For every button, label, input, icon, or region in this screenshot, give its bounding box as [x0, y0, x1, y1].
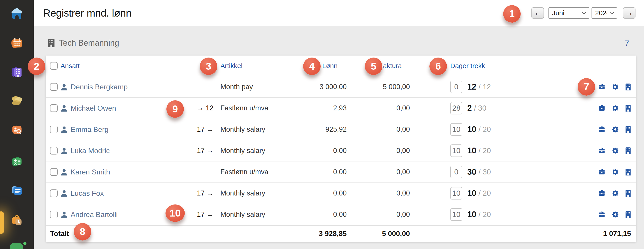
lonn-value: 0,00: [308, 140, 347, 161]
briefcase-icon[interactable]: [598, 147, 606, 154]
trekk-used-days: 10: [467, 189, 476, 198]
trekk-total-days: / 30: [478, 168, 491, 176]
faktura-value: 0,00: [347, 140, 410, 161]
lonn-value: 0,00: [308, 204, 347, 225]
employee-search-icon: [10, 123, 24, 138]
page-header: Registrer mnd. lønn ← Juni 2024 →: [34, 0, 644, 26]
row-checkbox[interactable]: [50, 190, 58, 197]
building-icon[interactable]: [625, 126, 631, 133]
lonn-value: 2,93: [308, 98, 347, 119]
table-row: Dennis Bergkamp Month pay 3 000,00 5 000…: [46, 76, 636, 97]
row-checkbox[interactable]: [50, 126, 58, 133]
dager-trekk-input[interactable]: [450, 123, 462, 136]
dager-trekk-input[interactable]: [450, 187, 462, 200]
transfer-days: [186, 161, 214, 183]
dager-trekk-input[interactable]: [450, 166, 462, 178]
lonn-value: 0,00: [308, 161, 347, 183]
annotation-badge-10: 10: [166, 205, 185, 222]
artikkel-value: Fastlønn u/mva: [214, 161, 308, 183]
company-group-header: Tech Bemanning 7: [46, 35, 636, 51]
gear-icon[interactable]: [612, 147, 619, 154]
employee-name-link[interactable]: Michael Owen: [71, 104, 116, 112]
transfer-days: → 12: [186, 98, 214, 119]
sidebar-item-calculator[interactable]: [0, 154, 34, 170]
row-checkbox[interactable]: [50, 147, 58, 155]
briefcase-icon[interactable]: [598, 168, 606, 176]
row-checkbox[interactable]: [50, 83, 58, 91]
briefcase-icon[interactable]: [598, 105, 606, 112]
employee-name-link[interactable]: Lucas Fox: [71, 189, 104, 198]
artikkel-value: Fastlønn u/mva: [214, 98, 308, 119]
column-header-lonn[interactable]: Lønn: [322, 62, 338, 70]
column-header-faktura[interactable]: Faktura: [379, 62, 402, 70]
column-header-dager-trekk[interactable]: Dager trekk: [450, 62, 485, 70]
building-icon[interactable]: [625, 168, 631, 176]
sidebar-item-calendar[interactable]: [0, 36, 34, 51]
employee-name-link[interactable]: Karen Smith: [71, 168, 110, 176]
building-icon[interactable]: [625, 147, 631, 154]
faktura-value: 0,00: [347, 119, 410, 140]
previous-month-button[interactable]: ←: [532, 7, 544, 18]
gear-icon[interactable]: [612, 83, 619, 90]
gear-icon[interactable]: [612, 126, 619, 133]
total-row: Totalt 3 928,85 5 000,00 1 071,15: [46, 225, 636, 242]
briefcase-icon[interactable]: [598, 190, 606, 197]
artikkel-value: Monthly salary: [214, 204, 308, 225]
faktura-value: 0,00: [347, 183, 410, 204]
annotation-badge-6: 6: [430, 57, 447, 75]
select-all-checkbox[interactable]: [50, 62, 58, 70]
employee-name-link[interactable]: Luka Modric: [71, 147, 110, 155]
briefcase-icon[interactable]: [598, 83, 606, 90]
person-icon: [60, 83, 68, 91]
person-icon: [60, 168, 68, 176]
salary-table: Ansatt Artikkel Lønn Faktura Dager trekk…: [46, 55, 636, 242]
partial-bottom-icon[interactable]: [10, 243, 23, 249]
next-month-button[interactable]: →: [623, 7, 636, 18]
building-icon[interactable]: [625, 105, 631, 112]
employee-name-link[interactable]: Andrea Bartolli: [71, 211, 118, 219]
sidebar-item-documents[interactable]: [0, 183, 34, 199]
employee-name-link[interactable]: Dennis Bergkamp: [71, 83, 128, 91]
building-icon[interactable]: [625, 83, 631, 90]
calendar-icon: [10, 36, 24, 51]
building-icon[interactable]: [625, 190, 631, 197]
sidebar-item-hours[interactable]: [0, 213, 34, 229]
transfer-days: [186, 76, 214, 97]
month-select[interactable]: Juni: [548, 7, 589, 19]
row-checkbox[interactable]: [50, 104, 58, 112]
faktura-value: 5 000,00: [347, 76, 410, 97]
lonn-value: 3 000,00: [308, 76, 347, 97]
trekk-total-days: / 30: [474, 104, 486, 112]
period-controls: ← Juni 2024 →: [532, 7, 636, 19]
dager-trekk-input[interactable]: [450, 144, 462, 157]
dager-trekk-input[interactable]: [450, 102, 462, 114]
person-icon: [60, 104, 68, 112]
annotation-badge-2: 2: [28, 57, 45, 75]
sidebar-item-employee-search[interactable]: [0, 122, 34, 138]
row-checkbox[interactable]: [50, 168, 58, 176]
gear-icon[interactable]: [612, 211, 619, 218]
column-header-artikkel[interactable]: Artikkel: [220, 62, 242, 70]
gear-icon[interactable]: [612, 105, 619, 112]
dager-trekk-input[interactable]: [450, 208, 462, 221]
dager-trekk-input[interactable]: [450, 81, 462, 93]
gear-icon[interactable]: [612, 168, 619, 176]
annotation-badge-9: 9: [166, 100, 184, 118]
employee-name-link[interactable]: Emma Berg: [71, 125, 108, 134]
total-grand: 1 071,15: [603, 230, 631, 238]
sidebar-item-coins[interactable]: [0, 93, 34, 109]
person-icon: [60, 190, 68, 197]
faktura-value: 0,00: [347, 204, 410, 225]
year-select[interactable]: 2024: [592, 7, 617, 19]
briefcase-icon[interactable]: [598, 211, 606, 218]
sidebar-item-home[interactable]: [0, 5, 34, 21]
gear-icon[interactable]: [612, 190, 619, 197]
arrow-left-icon: ←: [534, 9, 541, 17]
employee-count[interactable]: 7: [625, 39, 629, 47]
briefcase-icon[interactable]: [598, 126, 606, 133]
column-header-ansatt[interactable]: Ansatt: [60, 62, 80, 70]
row-checkbox[interactable]: [50, 211, 58, 218]
trekk-used-days: 2: [467, 103, 472, 113]
building-icon: [47, 39, 56, 47]
building-icon[interactable]: [625, 211, 631, 218]
